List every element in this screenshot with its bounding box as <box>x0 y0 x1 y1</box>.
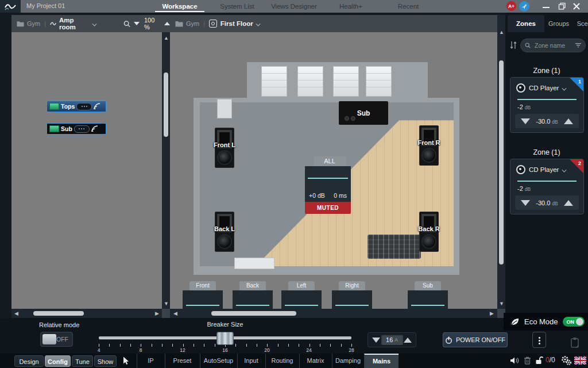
left-breadcrumb-folder[interactable]: Gym <box>27 20 40 27</box>
scrollbar-thumb[interactable] <box>33 311 84 316</box>
device-tops[interactable]: Tops <box>47 101 106 112</box>
section-tab-damping[interactable]: Damping <box>332 354 363 368</box>
restore-button[interactable] <box>558 2 566 10</box>
volume-up-icon[interactable] <box>564 118 573 124</box>
chevron-down-icon[interactable] <box>92 21 96 26</box>
scroll-up-icon[interactable]: ▲ <box>164 36 169 41</box>
all-group-panel[interactable]: +0 dB 0 ms <box>305 166 351 202</box>
meter-tab-left[interactable]: Left <box>288 281 315 290</box>
meter-tab-back[interactable]: Back <box>239 281 266 290</box>
section-tab-matrix[interactable]: Matrix <box>299 354 331 368</box>
meter-tab-right[interactable]: Right <box>339 281 365 290</box>
more-options-button[interactable] <box>532 332 546 348</box>
zone-source[interactable]: CD Player <box>529 85 559 91</box>
breaker-slider-handle[interactable] <box>216 332 234 345</box>
muted-banner[interactable]: MUTED <box>305 202 351 214</box>
chevron-down-icon[interactable] <box>562 167 567 172</box>
a-plus-badge[interactable]: A+ <box>506 1 516 11</box>
relative-mode-toggle[interactable]: OFF <box>40 332 73 347</box>
section-tab-mains[interactable]: Mains <box>364 354 399 368</box>
scroll-left-icon[interactable]: ◀ <box>173 311 177 316</box>
meter-tab-front[interactable]: Front <box>189 281 216 290</box>
trash-icon[interactable] <box>524 356 531 365</box>
volume-down-icon[interactable] <box>521 118 530 124</box>
left-horizontal-scrollbar[interactable]: ◀ ▶ <box>11 309 162 318</box>
left-vertical-scrollbar[interactable]: ▲ ▼ <box>162 32 170 309</box>
tab-system-list[interactable]: System List <box>214 0 260 13</box>
volume-down-icon[interactable] <box>521 200 530 206</box>
scroll-down-icon[interactable]: ▼ <box>164 301 169 306</box>
zone-search-input[interactable] <box>533 41 572 49</box>
speaker-back-l[interactable]: Back L <box>215 212 234 252</box>
tab-groups[interactable]: Groups <box>546 15 572 32</box>
rocket-button[interactable] <box>519 1 529 12</box>
scroll-right-icon[interactable]: ▶ <box>155 311 159 316</box>
zone-source[interactable]: CD Player <box>529 166 559 173</box>
filter-icon[interactable] <box>575 43 581 48</box>
speaker-front-r[interactable]: Front R <box>419 125 439 166</box>
close-button[interactable] <box>572 2 581 10</box>
amp-up-icon[interactable] <box>404 338 412 343</box>
center-horizontal-scrollbar[interactable]: ◀ ▶ <box>170 309 497 318</box>
source-radio-icon[interactable] <box>516 165 525 174</box>
mode-tab-show[interactable]: Show <box>94 355 117 367</box>
section-tab-autosetup[interactable]: AutoSetup <box>200 354 237 368</box>
floorplan[interactable]: Sub Front L Front R Back L Back R ALL <box>194 62 459 276</box>
audio-monitor-icon[interactable] <box>510 356 520 365</box>
tab-views-designer[interactable]: Views Designer <box>265 0 323 13</box>
speaker-sub[interactable]: Sub <box>339 101 388 125</box>
zone-search-box[interactable] <box>520 39 586 52</box>
zoom-preset-dropdown-icon[interactable] <box>134 22 140 25</box>
center-view-name[interactable]: First Floor <box>220 20 253 27</box>
amp-down-icon[interactable] <box>372 338 380 343</box>
all-group-tab[interactable]: ALL <box>314 156 346 166</box>
meter-panel-back[interactable] <box>233 290 273 309</box>
zone-card-1[interactable]: 1 CD Player -2dB -30.0dB <box>510 77 584 133</box>
eco-mode-toggle[interactable]: ON <box>563 317 585 327</box>
scroll-left-icon[interactable]: ◀ <box>14 311 18 316</box>
scrollbar-thumb[interactable] <box>164 72 168 137</box>
mode-tab-config[interactable]: Config <box>45 355 71 367</box>
section-tab-preset[interactable]: Preset <box>165 354 199 368</box>
meter-panel-right[interactable] <box>332 290 372 309</box>
alert-counter[interactable]: 0/0 <box>546 356 555 364</box>
speaker-front-l[interactable]: Front L <box>215 128 234 168</box>
meter-tab-sub[interactable]: Sub <box>415 281 441 290</box>
zone-card-2[interactable]: 2 CD Player -2dB -30.0dB <box>510 159 584 214</box>
pointer-tool-icon[interactable] <box>122 356 129 365</box>
device-sub[interactable]: Sub <box>47 123 106 135</box>
section-tab-input[interactable]: Input <box>237 354 265 368</box>
left-view-name[interactable]: Amp room <box>59 17 90 30</box>
meter-panel-front[interactable] <box>183 290 223 309</box>
center-breadcrumb-folder[interactable]: Gym <box>186 20 199 27</box>
scroll-up-icon[interactable]: ▲ <box>499 30 504 35</box>
power-on-off-button[interactable]: POWER ON/OFF <box>443 332 508 347</box>
chevron-down-icon[interactable] <box>562 86 567 90</box>
mode-tab-design[interactable]: Design <box>14 355 44 367</box>
zoom-level[interactable]: 100 % <box>144 17 161 30</box>
sort-icon[interactable] <box>510 41 517 49</box>
scrollbar-thumb[interactable] <box>211 311 296 316</box>
section-tab-routing[interactable]: Routing <box>265 354 299 368</box>
mode-tab-tune[interactable]: Tune <box>72 355 93 367</box>
settings-gears-icon[interactable] <box>561 355 572 366</box>
tab-health[interactable]: Health+ <box>331 0 371 13</box>
section-tab-ip[interactable]: IP <box>137 354 164 368</box>
amp-room-canvas[interactable] <box>11 32 162 309</box>
zoom-magnifier-icon[interactable] <box>123 20 130 28</box>
scrollbar-thumb[interactable] <box>499 60 504 264</box>
speaker-back-r[interactable]: Back R <box>419 212 439 252</box>
chevron-down-icon[interactable] <box>256 21 261 26</box>
center-vertical-scrollbar[interactable]: ▲ ▼ <box>497 15 505 309</box>
clipboard-icon[interactable] <box>570 337 581 348</box>
minimize-button[interactable] <box>543 7 550 8</box>
meter-panel-left[interactable] <box>281 290 322 309</box>
scroll-right-icon[interactable]: ▶ <box>490 311 494 316</box>
language-flag-icon[interactable] <box>574 356 586 365</box>
tab-recent[interactable]: Recent <box>388 0 428 13</box>
zoom-in-icon[interactable] <box>164 22 170 25</box>
source-radio-icon[interactable] <box>516 83 525 93</box>
tab-zones[interactable]: Zones <box>508 15 544 32</box>
scroll-down-icon[interactable]: ▼ <box>499 301 504 306</box>
volume-up-icon[interactable] <box>564 200 573 206</box>
